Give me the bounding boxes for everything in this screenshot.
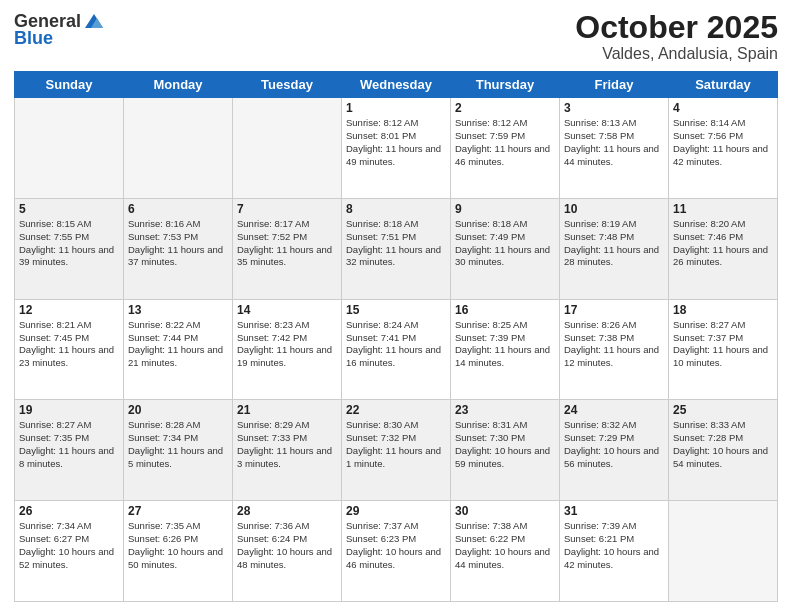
- day-info: Sunrise: 8:27 AM Sunset: 7:35 PM Dayligh…: [19, 419, 119, 470]
- day-info: Sunrise: 8:31 AM Sunset: 7:30 PM Dayligh…: [455, 419, 555, 470]
- day-number: 21: [237, 403, 337, 417]
- day-info: Sunrise: 8:12 AM Sunset: 7:59 PM Dayligh…: [455, 117, 555, 168]
- day-number: 7: [237, 202, 337, 216]
- day-info: Sunrise: 7:38 AM Sunset: 6:22 PM Dayligh…: [455, 520, 555, 571]
- day-number: 31: [564, 504, 664, 518]
- calendar-table: Sunday Monday Tuesday Wednesday Thursday…: [14, 71, 778, 602]
- table-row: 10Sunrise: 8:19 AM Sunset: 7:48 PM Dayli…: [560, 198, 669, 299]
- day-number: 10: [564, 202, 664, 216]
- table-row: 1Sunrise: 8:12 AM Sunset: 8:01 PM Daylig…: [342, 98, 451, 199]
- day-number: 4: [673, 101, 773, 115]
- table-row: 14Sunrise: 8:23 AM Sunset: 7:42 PM Dayli…: [233, 299, 342, 400]
- day-info: Sunrise: 8:16 AM Sunset: 7:53 PM Dayligh…: [128, 218, 228, 269]
- day-info: Sunrise: 8:12 AM Sunset: 8:01 PM Dayligh…: [346, 117, 446, 168]
- day-info: Sunrise: 8:26 AM Sunset: 7:38 PM Dayligh…: [564, 319, 664, 370]
- day-number: 8: [346, 202, 446, 216]
- month-title: October 2025: [575, 10, 778, 45]
- table-row: 21Sunrise: 8:29 AM Sunset: 7:33 PM Dayli…: [233, 400, 342, 501]
- day-number: 5: [19, 202, 119, 216]
- day-info: Sunrise: 8:33 AM Sunset: 7:28 PM Dayligh…: [673, 419, 773, 470]
- day-number: 20: [128, 403, 228, 417]
- table-row: 26Sunrise: 7:34 AM Sunset: 6:27 PM Dayli…: [15, 501, 124, 602]
- day-info: Sunrise: 7:36 AM Sunset: 6:24 PM Dayligh…: [237, 520, 337, 571]
- day-info: Sunrise: 8:17 AM Sunset: 7:52 PM Dayligh…: [237, 218, 337, 269]
- table-row: 7Sunrise: 8:17 AM Sunset: 7:52 PM Daylig…: [233, 198, 342, 299]
- table-row: 15Sunrise: 8:24 AM Sunset: 7:41 PM Dayli…: [342, 299, 451, 400]
- day-number: 12: [19, 303, 119, 317]
- table-row: 28Sunrise: 7:36 AM Sunset: 6:24 PM Dayli…: [233, 501, 342, 602]
- page: General Blue October 2025 Valdes, Andalu…: [0, 0, 792, 612]
- day-number: 19: [19, 403, 119, 417]
- calendar-week-row-4: 19Sunrise: 8:27 AM Sunset: 7:35 PM Dayli…: [15, 400, 778, 501]
- day-number: 22: [346, 403, 446, 417]
- day-number: 9: [455, 202, 555, 216]
- day-number: 25: [673, 403, 773, 417]
- day-info: Sunrise: 8:19 AM Sunset: 7:48 PM Dayligh…: [564, 218, 664, 269]
- calendar-week-row-3: 12Sunrise: 8:21 AM Sunset: 7:45 PM Dayli…: [15, 299, 778, 400]
- day-info: Sunrise: 7:34 AM Sunset: 6:27 PM Dayligh…: [19, 520, 119, 571]
- day-number: 27: [128, 504, 228, 518]
- table-row: 2Sunrise: 8:12 AM Sunset: 7:59 PM Daylig…: [451, 98, 560, 199]
- day-number: 28: [237, 504, 337, 518]
- day-info: Sunrise: 8:27 AM Sunset: 7:37 PM Dayligh…: [673, 319, 773, 370]
- table-row: [15, 98, 124, 199]
- day-number: 18: [673, 303, 773, 317]
- table-row: 17Sunrise: 8:26 AM Sunset: 7:38 PM Dayli…: [560, 299, 669, 400]
- table-row: 8Sunrise: 8:18 AM Sunset: 7:51 PM Daylig…: [342, 198, 451, 299]
- table-row: 3Sunrise: 8:13 AM Sunset: 7:58 PM Daylig…: [560, 98, 669, 199]
- table-row: 22Sunrise: 8:30 AM Sunset: 7:32 PM Dayli…: [342, 400, 451, 501]
- day-number: 29: [346, 504, 446, 518]
- col-thursday: Thursday: [451, 72, 560, 98]
- table-row: 16Sunrise: 8:25 AM Sunset: 7:39 PM Dayli…: [451, 299, 560, 400]
- day-number: 14: [237, 303, 337, 317]
- col-friday: Friday: [560, 72, 669, 98]
- day-number: 26: [19, 504, 119, 518]
- day-info: Sunrise: 8:15 AM Sunset: 7:55 PM Dayligh…: [19, 218, 119, 269]
- calendar-week-row-5: 26Sunrise: 7:34 AM Sunset: 6:27 PM Dayli…: [15, 501, 778, 602]
- table-row: 25Sunrise: 8:33 AM Sunset: 7:28 PM Dayli…: [669, 400, 778, 501]
- calendar-week-row-1: 1Sunrise: 8:12 AM Sunset: 8:01 PM Daylig…: [15, 98, 778, 199]
- day-info: Sunrise: 8:25 AM Sunset: 7:39 PM Dayligh…: [455, 319, 555, 370]
- table-row: 23Sunrise: 8:31 AM Sunset: 7:30 PM Dayli…: [451, 400, 560, 501]
- logo-blue: Blue: [14, 28, 53, 49]
- table-row: 9Sunrise: 8:18 AM Sunset: 7:49 PM Daylig…: [451, 198, 560, 299]
- header: General Blue October 2025 Valdes, Andalu…: [14, 10, 778, 63]
- day-info: Sunrise: 8:32 AM Sunset: 7:29 PM Dayligh…: [564, 419, 664, 470]
- day-number: 13: [128, 303, 228, 317]
- day-info: Sunrise: 8:28 AM Sunset: 7:34 PM Dayligh…: [128, 419, 228, 470]
- table-row: 20Sunrise: 8:28 AM Sunset: 7:34 PM Dayli…: [124, 400, 233, 501]
- title-block: October 2025 Valdes, Andalusia, Spain: [575, 10, 778, 63]
- day-info: Sunrise: 8:20 AM Sunset: 7:46 PM Dayligh…: [673, 218, 773, 269]
- table-row: [233, 98, 342, 199]
- table-row: 5Sunrise: 8:15 AM Sunset: 7:55 PM Daylig…: [15, 198, 124, 299]
- day-info: Sunrise: 7:39 AM Sunset: 6:21 PM Dayligh…: [564, 520, 664, 571]
- day-number: 24: [564, 403, 664, 417]
- day-number: 1: [346, 101, 446, 115]
- day-info: Sunrise: 8:24 AM Sunset: 7:41 PM Dayligh…: [346, 319, 446, 370]
- day-info: Sunrise: 8:30 AM Sunset: 7:32 PM Dayligh…: [346, 419, 446, 470]
- table-row: [669, 501, 778, 602]
- day-number: 23: [455, 403, 555, 417]
- table-row: 19Sunrise: 8:27 AM Sunset: 7:35 PM Dayli…: [15, 400, 124, 501]
- logo: General Blue: [14, 10, 105, 49]
- day-info: Sunrise: 8:18 AM Sunset: 7:51 PM Dayligh…: [346, 218, 446, 269]
- calendar-header-row: Sunday Monday Tuesday Wednesday Thursday…: [15, 72, 778, 98]
- day-info: Sunrise: 7:35 AM Sunset: 6:26 PM Dayligh…: [128, 520, 228, 571]
- table-row: 24Sunrise: 8:32 AM Sunset: 7:29 PM Dayli…: [560, 400, 669, 501]
- day-info: Sunrise: 7:37 AM Sunset: 6:23 PM Dayligh…: [346, 520, 446, 571]
- day-number: 3: [564, 101, 664, 115]
- logo-icon: [83, 10, 105, 32]
- col-wednesday: Wednesday: [342, 72, 451, 98]
- col-monday: Monday: [124, 72, 233, 98]
- table-row: 6Sunrise: 8:16 AM Sunset: 7:53 PM Daylig…: [124, 198, 233, 299]
- day-info: Sunrise: 8:14 AM Sunset: 7:56 PM Dayligh…: [673, 117, 773, 168]
- table-row: 18Sunrise: 8:27 AM Sunset: 7:37 PM Dayli…: [669, 299, 778, 400]
- table-row: 29Sunrise: 7:37 AM Sunset: 6:23 PM Dayli…: [342, 501, 451, 602]
- table-row: 27Sunrise: 7:35 AM Sunset: 6:26 PM Dayli…: [124, 501, 233, 602]
- day-number: 2: [455, 101, 555, 115]
- day-info: Sunrise: 8:29 AM Sunset: 7:33 PM Dayligh…: [237, 419, 337, 470]
- day-info: Sunrise: 8:21 AM Sunset: 7:45 PM Dayligh…: [19, 319, 119, 370]
- col-saturday: Saturday: [669, 72, 778, 98]
- table-row: 13Sunrise: 8:22 AM Sunset: 7:44 PM Dayli…: [124, 299, 233, 400]
- table-row: 11Sunrise: 8:20 AM Sunset: 7:46 PM Dayli…: [669, 198, 778, 299]
